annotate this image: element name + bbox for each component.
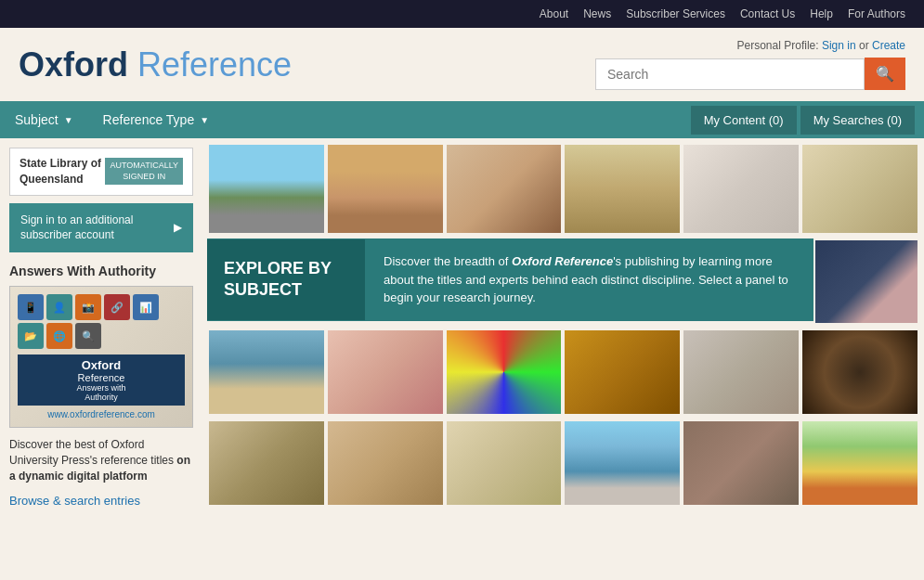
image-alphabet[interactable] <box>683 145 799 233</box>
search-button[interactable]: 🔍 <box>865 58 905 90</box>
promo-box: 📱 👤 📸 🔗 📊 📂 🌐 🔍 Oxford Reference Answers… <box>9 286 193 428</box>
auto-signed-line2: SIGNED IN <box>110 172 178 183</box>
search-bar: 🔍 <box>595 58 905 90</box>
image-philosopher[interactable] <box>209 421 324 505</box>
subscriber-services-link[interactable]: Subscriber Services <box>626 7 725 20</box>
promo-icon-8: 🔍 <box>75 323 101 349</box>
explore-section: EXPLORE BY SUBJECT Discover the breadth … <box>207 238 919 325</box>
explore-title-line2: SUBJECT <box>224 279 348 301</box>
logo-reference: Reference <box>137 45 292 84</box>
image-painting[interactable] <box>447 145 562 233</box>
explore-description: Discover the breadth of Oxford Reference… <box>365 238 813 321</box>
third-image-row <box>207 419 919 507</box>
search-icon: 🔍 <box>876 66 894 82</box>
institution-box: State Library of Queensland AUTOMATICALL… <box>9 148 193 196</box>
image-map[interactable] <box>802 145 917 233</box>
image-ruins[interactable] <box>328 145 443 233</box>
auto-signed-line1: AUTOMATICALLY <box>110 161 178 172</box>
promo-icon-1: 📱 <box>18 294 44 320</box>
promo-icon-5: 📊 <box>133 294 159 320</box>
header: Oxford Reference Personal Profile: Sign … <box>0 28 924 101</box>
search-input[interactable] <box>595 58 865 90</box>
promo-text-normal: Discover the best of Oxford University P… <box>9 438 176 467</box>
promo-icon-3: 📸 <box>75 294 101 320</box>
for-authors-link[interactable]: For Authors <box>848 7 905 20</box>
image-architecture[interactable] <box>565 421 680 505</box>
promo-icon-7: 🌐 <box>46 323 72 349</box>
institution-name: State Library of Queensland <box>20 156 105 187</box>
auto-signed-badge: AUTOMATICALLY SIGNED IN <box>105 158 183 185</box>
image-sculpture[interactable] <box>683 330 799 414</box>
create-link[interactable]: Create <box>872 39 905 52</box>
top-image-row <box>207 143 919 235</box>
promo-icon-6: 📂 <box>18 323 44 349</box>
image-lungs[interactable] <box>328 330 443 414</box>
help-link[interactable]: Help <box>810 7 833 20</box>
sign-in-additional-text: Sign in to an additional subscriber acco… <box>20 213 133 242</box>
browse-search-link[interactable]: Browse & search entries <box>9 494 140 508</box>
image-violin[interactable] <box>565 330 680 414</box>
image-manuscript[interactable] <box>447 421 562 505</box>
image-portrait[interactable] <box>328 421 443 505</box>
main-navigation: Subject ▼ Reference Type ▼ My Content (0… <box>0 101 924 138</box>
promo-oxford-logo: Oxford Reference Answers with Authority <box>18 354 185 406</box>
promo-text: Discover the best of Oxford University P… <box>9 437 193 483</box>
sign-in-link-header[interactable]: Sign in <box>822 39 856 52</box>
image-ornament[interactable] <box>802 330 917 414</box>
subject-label: Subject <box>15 112 59 127</box>
nav-right: My Content (0) My Searches (0) <box>691 106 924 135</box>
news-link[interactable]: News <box>583 7 611 20</box>
explore-banner[interactable]: EXPLORE BY SUBJECT Discover the breadth … <box>207 238 813 321</box>
site-logo[interactable]: Oxford Reference <box>19 45 292 84</box>
sign-in-arrow: ▶ <box>174 221 182 234</box>
my-content-button[interactable]: My Content (0) <box>691 106 797 135</box>
promo-icon-2: 👤 <box>46 294 72 320</box>
explore-title-line1: EXPLORE BY <box>224 258 348 279</box>
image-justice[interactable] <box>209 330 324 414</box>
explore-title: EXPLORE BY SUBJECT <box>207 239 365 320</box>
contact-us-link[interactable]: Contact Us <box>740 7 795 20</box>
reftype-arrow: ▼ <box>200 115 209 125</box>
image-medieval[interactable] <box>565 145 680 233</box>
sidebar: State Library of Queensland AUTOMATICALL… <box>0 138 202 518</box>
nav-left: Subject ▼ Reference Type ▼ <box>0 101 224 138</box>
promo-icons: 📱 👤 📸 🔗 📊 📂 🌐 🔍 <box>18 294 185 349</box>
profile-bar: Personal Profile: Sign in or Create <box>737 39 905 52</box>
header-right: Personal Profile: Sign in or Create 🔍 <box>595 39 905 90</box>
image-wheel[interactable] <box>447 330 562 414</box>
or-text: or <box>859 39 872 52</box>
reftype-nav-item[interactable]: Reference Type ▼ <box>88 101 225 138</box>
promo-icon-4: 🔗 <box>104 294 130 320</box>
subject-nav-item[interactable]: Subject ▼ <box>0 101 88 138</box>
content-area: State Library of Queensland AUTOMATICALL… <box>0 138 924 518</box>
logo-oxford: Oxford <box>19 45 128 84</box>
profile-text: Personal Profile: <box>737 39 819 52</box>
additional-signin-link[interactable]: Sign in to an additional subscriber acco… <box>9 203 193 253</box>
my-searches-button[interactable]: My Searches (0) <box>800 106 915 135</box>
second-image-row <box>207 329 919 416</box>
top-navigation: About News Subscriber Services Contact U… <box>0 0 924 28</box>
image-stonehenge[interactable] <box>209 145 324 233</box>
promo-url[interactable]: www.oxfordreference.com <box>18 409 185 419</box>
answers-with-authority-title: Answers With Authority <box>9 264 193 278</box>
about-link[interactable]: About <box>540 7 568 20</box>
main-content-grid: EXPLORE BY SUBJECT Discover the breadth … <box>202 138 924 518</box>
subject-arrow: ▼ <box>64 115 73 125</box>
image-cave[interactable] <box>683 421 799 505</box>
explore-desc-text: Discover the breadth of Oxford Reference… <box>384 254 788 304</box>
reftype-label: Reference Type <box>103 112 195 127</box>
image-bottles[interactable] <box>802 421 917 505</box>
image-dancer[interactable] <box>815 240 917 323</box>
